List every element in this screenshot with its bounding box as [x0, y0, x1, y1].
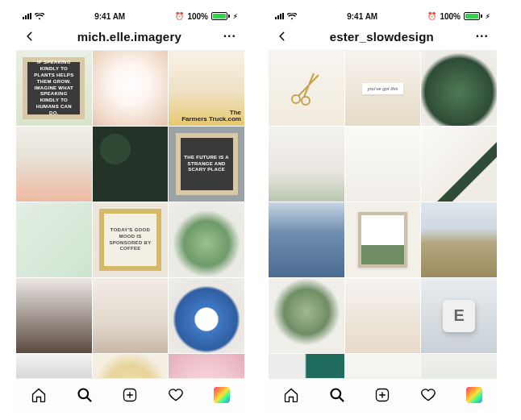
post-thumbnail[interactable]	[421, 354, 497, 378]
post-thumbnail[interactable]	[421, 127, 497, 202]
battery-percent: 100%	[187, 12, 208, 21]
profile-tab[interactable]	[466, 387, 482, 403]
post-thumbnail[interactable]	[421, 202, 497, 277]
post-grid: you've got thisE	[269, 51, 497, 378]
battery-percent: 100%	[440, 12, 461, 21]
post-thumbnail[interactable]	[93, 278, 169, 353]
post-thumbnail[interactable]: E	[421, 278, 497, 353]
add-post-tab[interactable]	[122, 387, 138, 403]
wifi-icon	[35, 13, 44, 20]
post-thumbnail[interactable]	[269, 51, 344, 126]
letterboard-text: TODAY'S GOOD MOOD IS SPONSORED BY COFFEE	[99, 209, 161, 271]
post-thumbnail[interactable]	[345, 127, 421, 202]
search-tab[interactable]	[329, 387, 345, 403]
post-thumbnail[interactable]	[93, 51, 169, 126]
post-thumbnail[interactable]: TheFarmers Truck.com	[169, 51, 244, 126]
add-post-tab[interactable]	[374, 387, 390, 403]
svg-point-2	[292, 95, 300, 103]
back-button[interactable]	[24, 31, 35, 42]
ios-status-bar: 9:41 AM ⏰ 100% ⚡︎	[269, 8, 497, 23]
activity-tab[interactable]	[168, 387, 184, 403]
letterboard-text: THE FUTURE IS A STRANGE AND SCARY PLACE	[176, 133, 238, 195]
charging-icon: ⚡︎	[486, 13, 490, 20]
phone-right: 9:41 AM ⏰ 100% ⚡︎ ester_slowdesign ··· y…	[269, 8, 497, 411]
brand-text: TheFarmers Truck.com	[181, 110, 241, 123]
post-thumbnail[interactable]	[93, 127, 169, 202]
wifi-icon	[287, 13, 297, 20]
battery-icon	[211, 12, 230, 20]
profile-username[interactable]: mich.elle.imagery	[77, 30, 181, 44]
status-time: 9:41 AM	[94, 12, 125, 21]
post-thumbnail[interactable]	[169, 278, 244, 353]
post-thumbnail[interactable]	[269, 127, 344, 202]
post-thumbnail[interactable]	[169, 354, 244, 378]
post-thumbnail[interactable]	[345, 202, 421, 277]
post-thumbnail[interactable]	[16, 202, 92, 277]
tab-bar	[16, 378, 244, 411]
post-thumbnail[interactable]	[16, 127, 92, 202]
more-options-button[interactable]: ···	[223, 29, 236, 44]
letterboard-text: IF SPEAKING KINDLY TO PLANTS HELPS THEM …	[23, 57, 85, 119]
profile-nav-bar: ester_slowdesign ···	[269, 23, 497, 51]
post-thumbnail[interactable]: TODAY'S GOOD MOOD IS SPONSORED BY COFFEE	[93, 202, 169, 277]
post-thumbnail[interactable]	[345, 354, 421, 378]
post-thumbnail[interactable]: THE FUTURE IS A STRANGE AND SCARY PLACE	[169, 127, 244, 202]
post-thumbnail[interactable]	[93, 354, 169, 378]
mug-letter: E	[443, 300, 475, 332]
charging-icon: ⚡︎	[233, 13, 238, 20]
battery-icon	[464, 12, 482, 20]
home-tab[interactable]	[283, 387, 299, 403]
post-thumbnail[interactable]: IF SPEAKING KINDLY TO PLANTS HELPS THEM …	[16, 51, 92, 126]
profile-nav-bar: mich.elle.imagery ···	[16, 23, 244, 51]
post-grid: IF SPEAKING KINDLY TO PLANTS HELPS THEM …	[16, 51, 244, 378]
profile-username[interactable]: ester_slowdesign	[330, 30, 434, 44]
activity-tab[interactable]	[420, 387, 436, 403]
post-thumbnail[interactable]	[16, 354, 92, 378]
post-thumbnail[interactable]	[269, 202, 344, 277]
signal-bars-icon	[23, 13, 31, 19]
tab-bar	[269, 378, 497, 411]
status-time: 9:41 AM	[347, 12, 377, 21]
post-thumbnail[interactable]	[16, 278, 92, 353]
svg-point-3	[302, 97, 310, 105]
post-thumbnail[interactable]: you've got this	[345, 51, 421, 126]
post-thumbnail[interactable]	[269, 278, 344, 353]
signal-bars-icon	[275, 13, 284, 19]
profile-tab[interactable]	[214, 387, 230, 403]
ios-status-bar: 9:41 AM ⏰ 100% ⚡︎	[16, 8, 244, 23]
framed-print	[358, 212, 407, 268]
post-thumbnail[interactable]	[345, 278, 421, 353]
alarm-icon: ⏰	[175, 12, 184, 20]
post-thumbnail[interactable]	[269, 354, 344, 378]
home-tab[interactable]	[31, 387, 47, 403]
back-button[interactable]	[277, 31, 288, 42]
phone-left: 9:41 AM ⏰ 100% ⚡︎ mich.elle.imagery ··· …	[16, 8, 244, 411]
post-thumbnail[interactable]	[169, 202, 244, 277]
post-thumbnail[interactable]	[421, 51, 497, 126]
note-text: you've got this	[362, 83, 402, 94]
search-tab[interactable]	[77, 387, 93, 403]
alarm-icon: ⏰	[427, 12, 436, 20]
more-options-button[interactable]: ···	[476, 29, 489, 44]
